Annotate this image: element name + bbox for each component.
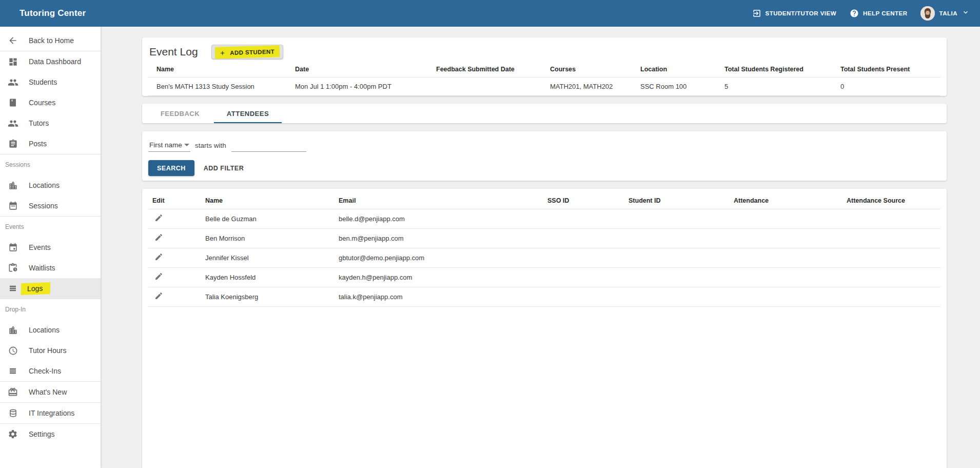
sidebar-item-locations[interactable]: Locations <box>0 175 101 196</box>
sidebar-item-students[interactable]: Students <box>0 72 101 92</box>
sidebar-item-label: What's New <box>29 388 67 396</box>
event-cell: MATH201, MATH202 <box>542 77 632 96</box>
attendees-col-header: Email <box>335 193 543 209</box>
attendees-cell <box>543 248 624 268</box>
attendees-table-row: Ben Morrisonben.m@penjiapp.com <box>148 229 940 248</box>
sidebar-item-logs[interactable]: Logs <box>0 278 101 299</box>
attendees-cell <box>842 268 940 287</box>
sidebar-item-label: Logs <box>21 282 51 295</box>
clipboard-clock-icon <box>7 262 19 274</box>
sidebar-item-tutors[interactable]: Tutors <box>0 113 101 133</box>
people-icon <box>7 117 19 129</box>
chevron-down-icon <box>962 8 970 18</box>
edit-attendee-button[interactable] <box>152 290 165 303</box>
tab-bar: FEEDBACKATTENDEES <box>142 104 947 123</box>
attendees-cell <box>730 209 842 229</box>
add-filter-button[interactable]: ADD FILTER <box>200 161 248 176</box>
edit-attendee-button[interactable] <box>152 212 165 225</box>
student-tutor-view-button[interactable]: STUDENT/TUTOR VIEW <box>752 9 836 18</box>
attendees-cell <box>624 268 730 287</box>
sidebar-item-check-ins[interactable]: Check-Ins <box>0 361 101 381</box>
edit-attendee-button[interactable] <box>152 232 165 244</box>
pencil-icon <box>154 294 163 302</box>
sidebar-item-locations[interactable]: Locations <box>0 320 101 340</box>
attendees-cell <box>543 268 624 287</box>
gift-icon <box>7 386 19 398</box>
attendees-cell <box>543 287 624 307</box>
tab-feedback[interactable]: FEEDBACK <box>146 104 214 123</box>
sidebar-item-sessions[interactable]: Sessions <box>0 196 101 216</box>
plus-icon: + <box>220 48 225 57</box>
gear-icon <box>7 428 19 440</box>
sidebar-item-courses[interactable]: Courses <box>0 92 101 113</box>
sidebar-item-label: Posts <box>29 140 47 148</box>
sidebar-section-sessions: Sessions <box>0 154 101 175</box>
attendees-cell <box>624 287 730 307</box>
event-table-header-row: NameDateFeedback Submitted DateCoursesLo… <box>148 63 940 77</box>
sidebar-item-what-s-new[interactable]: What's New <box>0 382 101 402</box>
sidebar-item-label: IT Integrations <box>29 409 74 417</box>
attendees-cell <box>730 229 842 248</box>
sidebar-item-events[interactable]: Events <box>0 237 101 258</box>
exit-to-app-icon <box>752 9 761 18</box>
student-tutor-view-label: STUDENT/TUTOR VIEW <box>766 10 836 16</box>
sidebar-item-settings[interactable]: Settings <box>0 424 101 444</box>
pencil-icon <box>154 236 163 243</box>
edit-attendee-button[interactable] <box>152 251 165 264</box>
attendees-cell <box>842 248 940 268</box>
event-col-header: Feedback Submitted Date <box>428 63 542 77</box>
building-icon <box>7 179 19 191</box>
sidebar-item-label: Tutor Hours <box>29 346 66 355</box>
attendees-cell: Talia Koenigsberg <box>201 287 335 307</box>
attendees-cell: Ben Morrison <box>201 229 335 248</box>
attendees-col-header: Attendance Source <box>842 193 940 209</box>
sidebar-item-label: Data Dashboard <box>29 57 81 66</box>
sidebar-item-posts[interactable]: Posts <box>0 133 101 154</box>
sidebar-item-it-integrations[interactable]: IT Integrations <box>0 403 101 423</box>
attendees-col-header: Name <box>201 193 335 209</box>
sidebar-item-data-dashboard[interactable]: Data Dashboard <box>0 51 101 72</box>
people-icon <box>7 76 19 88</box>
event-cell: 5 <box>716 77 832 96</box>
add-student-button[interactable]: + ADD STUDENT <box>211 45 283 59</box>
attendees-cell: Jennifer Kissel <box>201 248 335 268</box>
attendees-cell: gbtutor@demo.penjiapp.com <box>335 248 543 268</box>
sidebar-item-label: Tutors <box>29 119 49 127</box>
sidebar-item-label: Students <box>29 78 57 86</box>
sidebar-item-tutor-hours[interactable]: Tutor Hours <box>0 340 101 361</box>
sidebar-item-waitlists[interactable]: Waitlists <box>0 258 101 278</box>
filter-field-value: First name <box>149 141 182 149</box>
event-table-row[interactable]: Ben's MATH 1313 Study SessionMon Jul 1 1… <box>148 77 940 96</box>
tab-attendees[interactable]: ATTENDEES <box>214 104 282 123</box>
page-title: Event Log <box>149 46 198 58</box>
sidebar-item-label: Locations <box>29 181 60 189</box>
attendees-card: EditNameEmailSSO IDStudent IDAttendanceA… <box>142 189 947 468</box>
attendees-col-header: Student ID <box>624 193 730 209</box>
sidebar-item-label: Check-Ins <box>29 367 61 375</box>
edit-cell <box>148 248 201 268</box>
filter-value-input[interactable] <box>231 140 306 152</box>
help-center-button[interactable]: HELP CENTER <box>850 9 907 18</box>
attendees-table-row: Jennifer Kisselgbtutor@demo.penjiapp.com <box>148 248 940 268</box>
search-button[interactable]: SEARCH <box>148 160 194 176</box>
event-col-header: Total Students Registered <box>716 63 832 77</box>
filter-card: First name starts with SEARCH ADD FILTER <box>142 131 947 181</box>
edit-attendee-button[interactable] <box>152 271 165 283</box>
calendar-icon <box>7 200 19 212</box>
pencil-icon <box>154 216 163 224</box>
attendees-col-header: Attendance <box>730 193 842 209</box>
avatar <box>920 6 935 21</box>
book-icon <box>7 96 19 109</box>
event-cell <box>428 77 542 96</box>
building-icon <box>7 324 19 336</box>
clipboard-icon <box>7 138 19 150</box>
sidebar-item-back-to-home[interactable]: Back to Home <box>0 30 101 51</box>
user-menu[interactable]: TALIA <box>920 6 970 21</box>
sidebar-nav: Back to HomeData DashboardStudentsCourse… <box>0 27 101 468</box>
event-col-header: Total Students Present <box>832 63 940 77</box>
list-icon <box>7 365 19 377</box>
filter-field-select[interactable]: First name <box>148 140 190 152</box>
attendees-cell <box>624 248 730 268</box>
sidebar-item-label: Events <box>29 243 51 251</box>
attendees-table: EditNameEmailSSO IDStudent IDAttendanceA… <box>148 193 940 307</box>
